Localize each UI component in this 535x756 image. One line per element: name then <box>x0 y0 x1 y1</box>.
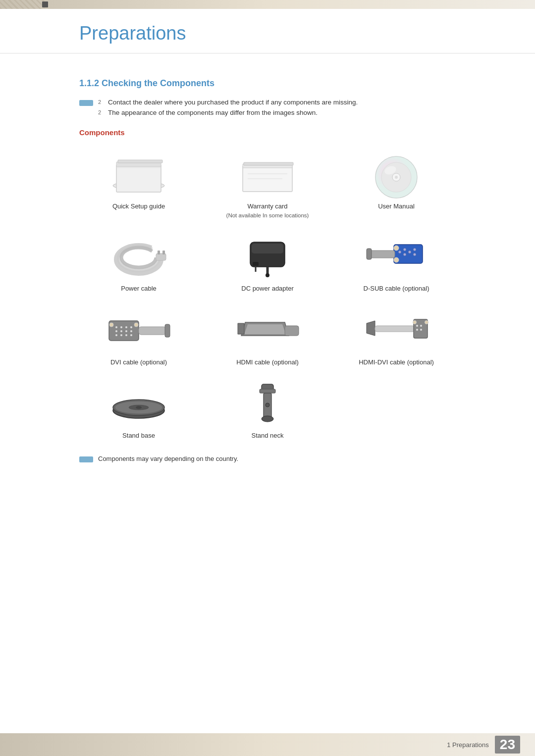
svg-point-31 <box>404 249 406 251</box>
svg-point-44 <box>125 326 127 328</box>
component-dvi-cable: DVI cable (optional) <box>79 303 198 372</box>
power-cable-label: Power cable <box>121 284 157 293</box>
content-area: 1.1.2 Checking the Components 2 Contact … <box>0 53 535 492</box>
note-item-1: 2 Contact the dealer where you purchased… <box>79 99 456 106</box>
svg-point-45 <box>130 326 132 328</box>
svg-point-15 <box>395 176 398 179</box>
svg-marker-59 <box>244 324 286 334</box>
svg-point-37 <box>394 257 399 262</box>
svg-rect-38 <box>369 251 395 258</box>
user-manual-label: User Manual <box>378 202 415 211</box>
svg-rect-22 <box>162 251 165 254</box>
component-stand-base: Stand base <box>79 377 198 445</box>
section-heading: 1.1.2 Checking the Components <box>79 78 456 89</box>
component-user-manual: User Manual <box>337 148 456 225</box>
svg-point-30 <box>399 251 401 253</box>
footer-text: 1 Preparations <box>447 741 489 749</box>
svg-point-53 <box>130 334 132 336</box>
svg-point-32 <box>404 253 406 256</box>
page-title: Preparations <box>0 9 535 53</box>
svg-point-67 <box>416 329 418 331</box>
note-item-2: 2 The appearance of the components may d… <box>79 109 456 116</box>
svg-point-48 <box>125 330 127 332</box>
svg-rect-27 <box>253 262 259 266</box>
svg-rect-1 <box>116 165 161 192</box>
components-grid: Quick Setup guide Warranty card (Not ava… <box>79 148 456 445</box>
component-stand-neck: Stand neck <box>208 377 327 445</box>
svg-marker-62 <box>367 321 375 336</box>
svg-point-34 <box>414 249 416 251</box>
svg-rect-5 <box>118 160 162 163</box>
svg-rect-40 <box>367 249 372 259</box>
hdmi-cable-label: HDMI cable (optional) <box>236 358 299 367</box>
components-label: Components <box>79 128 456 137</box>
svg-point-52 <box>125 334 127 336</box>
stand-base-label: Stand base <box>122 431 155 440</box>
hdmi-dvi-cable-label: HDMI-DVI cable (optional) <box>359 358 434 367</box>
note-text-1: Contact the dealer where you purchased t… <box>108 99 358 106</box>
svg-marker-61 <box>238 323 244 334</box>
stand-neck-image <box>235 382 300 426</box>
component-hdmi-cable: HDMI cable (optional) <box>208 303 327 372</box>
svg-point-43 <box>120 326 122 328</box>
bottom-note-icon <box>79 456 93 462</box>
svg-point-55 <box>134 323 138 327</box>
component-quick-setup-guide: Quick Setup guide <box>79 148 198 225</box>
component-warranty-card: Warranty card (Not available In some loc… <box>208 148 327 225</box>
svg-point-19 <box>121 248 156 267</box>
svg-rect-56 <box>139 327 166 335</box>
warranty-card-label: Warranty card (Not available In some loc… <box>226 202 309 220</box>
hdmi-cable-image <box>235 308 300 353</box>
svg-point-49 <box>130 330 132 332</box>
footer-page-number: 23 <box>495 736 520 754</box>
bottom-note-text: Components may vary depending on the cou… <box>98 455 238 462</box>
svg-point-75 <box>136 406 142 409</box>
dvi-cable-label: DVI cable (optional) <box>110 358 167 367</box>
note-text-2: The appearance of the components may dif… <box>108 109 318 116</box>
svg-point-46 <box>115 330 117 332</box>
svg-point-26 <box>266 273 269 277</box>
svg-point-68 <box>420 329 422 331</box>
svg-point-42 <box>115 326 117 328</box>
svg-point-35 <box>414 253 416 256</box>
svg-rect-21 <box>158 251 160 254</box>
top-bar <box>0 0 535 9</box>
svg-point-50 <box>115 334 117 336</box>
dc-power-adapter-image <box>235 235 300 279</box>
svg-rect-20 <box>156 253 166 260</box>
hdmi-dvi-cable-image <box>364 308 428 353</box>
stand-neck-label: Stand neck <box>251 431 283 440</box>
warranty-card-image <box>235 152 300 197</box>
svg-point-33 <box>409 251 411 253</box>
svg-point-66 <box>420 325 422 327</box>
svg-rect-8 <box>244 162 293 165</box>
power-cable-image <box>107 235 171 279</box>
svg-point-47 <box>120 330 122 332</box>
stand-base-image <box>107 382 171 426</box>
svg-rect-77 <box>260 389 275 393</box>
svg-rect-60 <box>285 326 299 336</box>
svg-point-80 <box>266 403 269 407</box>
svg-point-51 <box>120 334 122 336</box>
svg-point-54 <box>109 323 113 327</box>
dsub-cable-image <box>364 235 428 279</box>
dsub-cable-label: D-SUB cable (optional) <box>364 284 429 293</box>
footer: 1 Preparations 23 <box>0 733 535 756</box>
svg-point-69 <box>413 320 417 324</box>
dvi-cable-image <box>107 308 171 353</box>
component-hdmi-dvi-cable: HDMI-DVI cable (optional) <box>337 303 456 372</box>
svg-point-79 <box>262 416 273 422</box>
bottom-note: Components may vary depending on the cou… <box>79 455 456 462</box>
svg-rect-63 <box>375 326 415 332</box>
notes-list: 2 Contact the dealer where you purchased… <box>79 99 456 116</box>
note-icon-1 <box>79 100 93 106</box>
svg-point-36 <box>394 246 399 251</box>
component-dc-power-adapter: DC power adapter <box>208 230 327 298</box>
component-dsub-cable: D-SUB cable (optional) <box>337 230 456 298</box>
svg-rect-57 <box>165 324 170 337</box>
user-manual-image <box>364 152 428 197</box>
svg-rect-24 <box>252 244 283 253</box>
quick-setup-guide-label: Quick Setup guide <box>112 202 165 211</box>
svg-point-65 <box>416 325 418 327</box>
svg-point-70 <box>425 320 428 324</box>
